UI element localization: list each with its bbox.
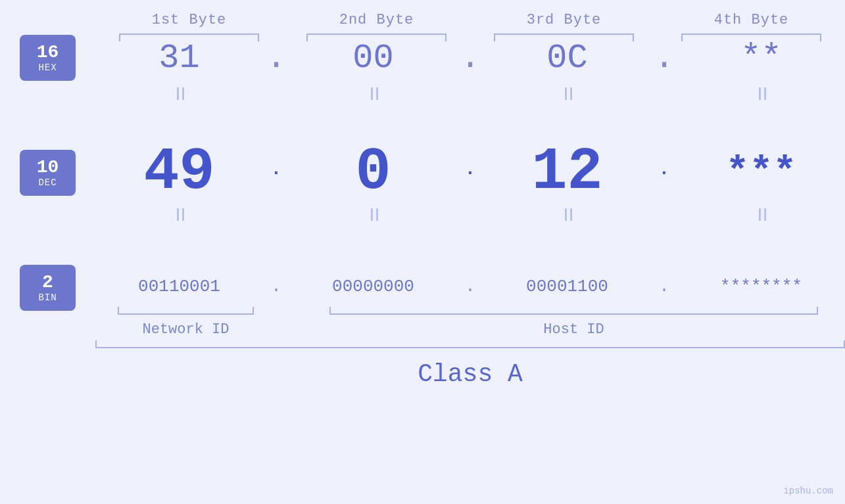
bracket-line-3 bbox=[494, 34, 635, 35]
byte3-header: 3rd Byte bbox=[470, 12, 658, 28]
hex-dot-3: . bbox=[651, 39, 677, 78]
network-id-label: Network ID bbox=[95, 321, 276, 338]
bin-b3: 00001100 bbox=[483, 277, 651, 296]
bin-value-row: 00110001 . 00000000 . 00001100 . *******… bbox=[95, 263, 845, 309]
eq-1-b4: || bbox=[677, 86, 845, 101]
bracket-line-1 bbox=[119, 34, 260, 35]
dec-b3: 12 bbox=[483, 143, 651, 202]
dec-value-row: 49 . 0 . 12 . *** bbox=[95, 143, 845, 202]
network-bracket-wrap bbox=[95, 313, 276, 315]
bin-dot-3: . bbox=[651, 277, 677, 296]
eq-2-b3: || bbox=[483, 207, 651, 222]
hex-dot-2: . bbox=[457, 39, 483, 78]
bracket-seg-3 bbox=[470, 34, 658, 35]
dec-b2: 0 bbox=[289, 143, 457, 202]
equals-row-2: || || || || bbox=[95, 204, 845, 224]
bracket-line-2 bbox=[306, 34, 447, 35]
id-labels-row: Network ID Host ID bbox=[95, 321, 845, 338]
hex-value-row: 31 . 00 . 0C . ** bbox=[95, 35, 845, 81]
hex-b2: 00 bbox=[289, 39, 457, 78]
top-brackets bbox=[0, 34, 845, 35]
bracket-line-4 bbox=[681, 34, 822, 35]
dec-dot-2: . bbox=[457, 159, 483, 186]
network-bracket bbox=[118, 313, 253, 315]
dec-b1: 49 bbox=[95, 143, 263, 202]
bin-b1: 00110001 bbox=[95, 277, 263, 296]
bin-b4: ******** bbox=[677, 277, 845, 296]
byte1-header: 1st Byte bbox=[95, 12, 283, 28]
byte4-header: 4th Byte bbox=[658, 12, 845, 28]
eq-1-b1: || bbox=[95, 86, 263, 101]
host-id-label: Host ID bbox=[302, 321, 845, 338]
hex-b4: ** bbox=[677, 39, 845, 78]
host-bracket-wrap bbox=[302, 313, 845, 315]
byte-headers: 1st Byte 2nd Byte 3rd Byte 4th Byte bbox=[0, 0, 845, 28]
eq-1-b3: || bbox=[483, 86, 651, 101]
full-bracket bbox=[95, 347, 845, 348]
watermark: ipshu.com bbox=[783, 486, 833, 496]
eq-2-b4: || bbox=[677, 207, 845, 222]
dec-b4: *** bbox=[677, 152, 845, 192]
badges-column: 16 HEX 10 DEC 2 BIN bbox=[20, 35, 95, 504]
main-area: 16 HEX 10 DEC 2 BIN 31 . bbox=[0, 35, 845, 504]
hex-dot-1: . bbox=[263, 39, 289, 78]
dec-dot-1: . bbox=[263, 159, 289, 186]
bin-dot-2: . bbox=[457, 277, 483, 296]
hex-badge: 16 HEX bbox=[20, 35, 76, 81]
values-area: 31 . 00 . 0C . ** bbox=[95, 35, 845, 504]
bin-badge: 2 BIN bbox=[20, 265, 76, 311]
byte2-header: 2nd Byte bbox=[283, 12, 470, 28]
class-label: Class A bbox=[95, 360, 845, 388]
eq-2-b1: || bbox=[95, 207, 263, 222]
bracket-seg-2 bbox=[283, 34, 470, 35]
hex-b1: 31 bbox=[95, 39, 263, 78]
main-container: 1st Byte 2nd Byte 3rd Byte 4th Byte 16 H… bbox=[0, 0, 845, 504]
bracket-seg-4 bbox=[658, 34, 845, 35]
bin-b2: 00000000 bbox=[289, 277, 457, 296]
host-bracket bbox=[329, 313, 818, 315]
bracket-seg-1 bbox=[95, 34, 283, 35]
equals-row-1: || || || || bbox=[95, 83, 845, 103]
eq-2-b2: || bbox=[289, 207, 457, 222]
bottom-brackets-row bbox=[95, 313, 845, 315]
dec-badge: 10 DEC bbox=[20, 150, 76, 196]
eq-1-b2: || bbox=[289, 86, 457, 101]
bin-dot-1: . bbox=[263, 277, 289, 296]
dec-dot-3: . bbox=[651, 159, 677, 186]
hex-b3: 0C bbox=[483, 39, 651, 78]
